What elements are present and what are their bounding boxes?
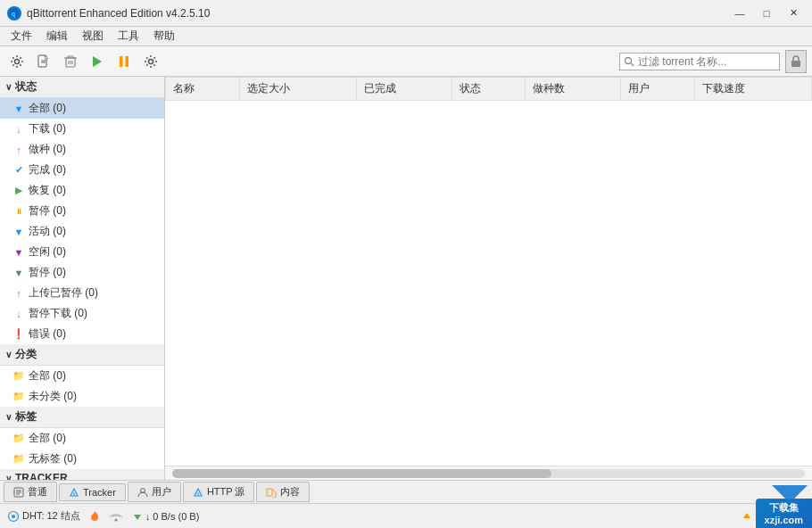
svg-text:q: q	[12, 11, 15, 18]
sidebar-item-tag-all-label: 全部 (0)	[29, 431, 66, 446]
sidebar-item-upload-paused-label: 上传已暂停 (0)	[29, 285, 98, 301]
svg-rect-17	[791, 61, 800, 67]
tab-peers[interactable]: 用户	[128, 482, 181, 502]
tab-tracker[interactable]: Tracker	[59, 483, 126, 501]
sidebar-item-download-label: 下载 (0)	[29, 121, 66, 136]
fire-icon	[89, 510, 100, 523]
sidebar-section-tracker-label: TRACKER	[15, 472, 68, 480]
sidebar-item-no-tag[interactable]: 📁 无标签 (0)	[0, 449, 164, 469]
lock-icon	[791, 55, 801, 68]
horizontal-scrollbar[interactable]	[165, 466, 812, 480]
sidebar-item-download[interactable]: ↓ 下载 (0)	[0, 119, 164, 139]
tab-general-label: 普通	[28, 485, 47, 499]
svg-marker-32	[743, 513, 750, 518]
sidebar-section-status[interactable]: ∨ 状态	[0, 77, 164, 98]
tab-tracker-label: Tracker	[83, 487, 116, 498]
sidebar-item-upload-paused[interactable]: ↑ 上传已暂停 (0)	[0, 283, 164, 303]
sidebar-item-complete[interactable]: ✔ 完成 (0)	[0, 160, 164, 180]
tab-general[interactable]: 普通	[4, 482, 57, 502]
search-box	[619, 53, 780, 70]
filter-all-icon: ▼	[12, 103, 25, 114]
status-bar-right: ↑ 0 B/s (0... 下载集 xzji.com	[742, 511, 805, 522]
sidebar-section-tag[interactable]: ∨ 标签	[0, 407, 164, 428]
download-icon: ↓	[12, 124, 25, 135]
app-title: qBittorrent Enhanced Edition v4.2.5.10	[27, 7, 210, 20]
http-tab-icon	[193, 487, 203, 498]
tab-content[interactable]: 内容	[256, 482, 310, 502]
tab-http[interactable]: HTTP 源	[183, 482, 255, 502]
search-input[interactable]	[638, 55, 763, 68]
watermark-line1: 下载集	[769, 501, 799, 515]
svg-point-15	[626, 57, 632, 63]
tab-peers-label: 用户	[152, 485, 171, 499]
status-fire	[89, 510, 100, 523]
chevron-category-icon: ∨	[5, 350, 12, 359]
col-size[interactable]: 选定大小	[239, 78, 356, 101]
col-name[interactable]: 名称	[166, 78, 240, 101]
col-seeds[interactable]: 做种数	[526, 78, 621, 101]
add-torrent-file-button[interactable]	[32, 50, 55, 73]
sidebar-item-paused[interactable]: ⏸ 暂停 (0)	[0, 201, 164, 221]
search-lock-button[interactable]	[785, 50, 807, 73]
upload-speed-icon	[742, 511, 752, 522]
sidebar-item-queued[interactable]: ▼ 暂停 (0)	[0, 262, 164, 283]
tracker-tab-icon	[69, 487, 79, 498]
sidebar-item-uncategorized[interactable]: 📁 未分类 (0)	[0, 386, 164, 407]
menu-view[interactable]: 视图	[75, 27, 111, 45]
menu-edit[interactable]: 编辑	[39, 27, 75, 45]
settings-button[interactable]	[5, 50, 29, 73]
torrent-table[interactable]: 名称 选定大小 已完成 状态 做种数 用户 下载速度	[165, 77, 812, 466]
tab-content-label: 内容	[280, 485, 300, 499]
sidebar-item-tag-all[interactable]: 📁 全部 (0)	[0, 428, 164, 449]
sidebar-item-error[interactable]: ❗ 错误 (0)	[0, 324, 164, 344]
sidebar-item-idle[interactable]: ▼ 空闲 (0)	[0, 242, 164, 262]
menu-file[interactable]: 文件	[4, 27, 39, 45]
minimize-button[interactable]: —	[728, 5, 751, 21]
scrollbar-thumb[interactable]	[172, 469, 551, 478]
col-peers[interactable]: 用户	[621, 78, 695, 101]
no-tag-icon: 📁	[12, 453, 25, 465]
folder-uncategorized-icon: 📁	[12, 391, 25, 402]
resume-button[interactable]	[86, 50, 109, 73]
svg-line-16	[631, 63, 634, 66]
watermark-line2: xzji.com	[765, 515, 803, 525]
svg-rect-27	[267, 489, 272, 496]
options-button[interactable]	[139, 50, 162, 73]
tag-all-icon: 📁	[12, 433, 25, 444]
col-completed[interactable]: 已完成	[356, 78, 452, 101]
sidebar-item-category-all[interactable]: 📁 全部 (0)	[0, 366, 164, 386]
window-controls: — □ ✕	[728, 5, 805, 21]
seed-icon: ↑	[12, 144, 25, 155]
maximize-button[interactable]: □	[755, 5, 778, 21]
close-button[interactable]: ✕	[782, 5, 805, 21]
sidebar-item-seed-label: 做种 (0)	[29, 142, 66, 157]
status-download-speed: ↓ 0 B/s (0 B)	[132, 511, 200, 522]
sidebar-item-download-paused[interactable]: ↓ 暂停下载 (0)	[0, 303, 164, 324]
svg-marker-11	[93, 56, 102, 67]
sidebar-section-category-label: 分类	[15, 347, 37, 362]
pause-button[interactable]	[112, 50, 136, 73]
sidebar-item-seed[interactable]: ↑ 做种 (0)	[0, 139, 164, 160]
menu-help[interactable]: 帮助	[146, 27, 182, 45]
sidebar-item-category-all-label: 全部 (0)	[29, 368, 66, 384]
sidebar-item-active[interactable]: ▼ 活动 (0)	[0, 221, 164, 242]
dht-label: DHT: 12 结点	[22, 509, 80, 523]
title-bar-left: q qBittorrent Enhanced Edition v4.2.5.10	[7, 6, 210, 21]
folder-category-all-icon: 📁	[12, 370, 25, 382]
dht-icon	[7, 510, 20, 523]
svg-marker-31	[134, 515, 141, 520]
delete-button[interactable]	[59, 50, 82, 73]
sidebar-item-paused-label: 暂停 (0)	[29, 203, 66, 219]
menu-tools[interactable]: 工具	[111, 27, 146, 45]
sidebar-item-resume[interactable]: ▶ 恢复 (0)	[0, 180, 164, 201]
sidebar-section-tracker[interactable]: ∨ TRACKER	[0, 469, 164, 480]
toolbar	[0, 46, 812, 77]
idle-icon: ▼	[12, 247, 25, 258]
sidebar-item-all[interactable]: ▼ 全部 (0)	[0, 98, 164, 119]
sidebar-section-category[interactable]: ∨ 分类	[0, 344, 164, 366]
col-download-speed[interactable]: 下载速度	[694, 78, 811, 101]
svg-rect-12	[120, 56, 123, 67]
col-status[interactable]: 状态	[452, 78, 526, 101]
status-network	[109, 510, 123, 523]
peers-tab-icon	[137, 487, 148, 498]
